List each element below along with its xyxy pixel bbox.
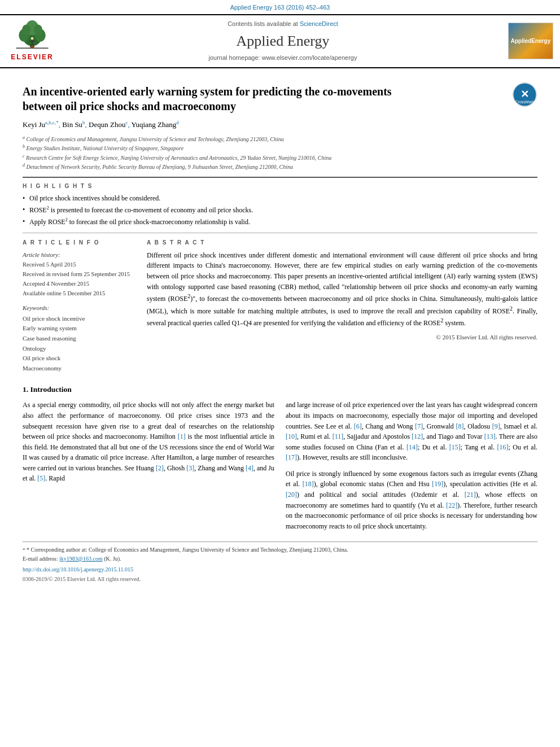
cite-13[interactable]: [13] xyxy=(484,433,496,440)
journal-homepage: journal homepage: www.elsevier.com/locat… xyxy=(64,54,501,62)
cite-21[interactable]: [21] xyxy=(465,491,476,499)
intro-right-text-2: Oil price is strongly influenced by some… xyxy=(286,469,537,532)
article-info-abstract: A R T I C L E I N F O Article history: R… xyxy=(23,239,537,374)
affiliation-c: c Research Centre for Soft Energy Scienc… xyxy=(23,153,537,162)
cite-1[interactable]: [1] xyxy=(178,433,186,440)
svg-text:✕: ✕ xyxy=(520,89,529,100)
cite-11[interactable]: [11] xyxy=(333,433,344,440)
cite-22[interactable]: [22] xyxy=(446,501,457,509)
svg-point-6 xyxy=(22,25,30,36)
intro-right-col: and large increase of oil price experien… xyxy=(286,400,537,531)
abstract-text: Different oil price shock incentives und… xyxy=(147,250,537,329)
cite-4[interactable]: [4] xyxy=(246,464,253,472)
affiliation-a: a College of Economics and Management, J… xyxy=(23,134,537,143)
rule-2 xyxy=(23,233,537,233)
science-direct-line: Contents lists available at ScienceDirec… xyxy=(64,20,501,28)
keyword-1: Oil price shock incentive xyxy=(23,314,135,324)
cite-17[interactable]: [17] xyxy=(286,453,297,461)
cite-10[interactable]: [10] xyxy=(286,433,297,440)
cite-20[interactable]: [20] xyxy=(286,491,297,499)
author-2: Bin Su xyxy=(62,120,82,129)
cite-8[interactable]: [8] xyxy=(456,422,463,430)
keywords-label: Keywords: xyxy=(23,304,135,312)
applied-energy-logo: AppliedEnergy xyxy=(508,23,553,59)
journal-center-info: Contents lists available at ScienceDirec… xyxy=(64,20,501,62)
keyword-2: Early warning system xyxy=(23,324,135,334)
article-history-block: Article history: Received 5 April 2015 R… xyxy=(23,250,135,299)
introduction-section: 1. Introduction As a special energy comm… xyxy=(23,385,537,531)
intro-columns: As a special energy commodity, oil price… xyxy=(23,400,537,531)
cite-2[interactable]: [2] xyxy=(156,464,164,472)
highlight-1: Oil price shock incentives should be con… xyxy=(23,194,537,203)
elsevier-logo: ELSEVIER xyxy=(7,20,58,62)
intro-left-col: As a special energy commodity, oil price… xyxy=(23,400,274,531)
svg-text:CrossMark: CrossMark xyxy=(515,100,535,104)
elsevier-brand: ELSEVIER xyxy=(11,53,53,62)
author-4: Yuqiang Zhang xyxy=(132,120,177,129)
journal-reference: Applied Energy 163 (2016) 452–463 xyxy=(0,0,560,14)
rule-1 xyxy=(23,177,537,178)
affiliations: a College of Economics and Management, J… xyxy=(23,134,537,171)
footnote-area: * * Corresponding author at: College of … xyxy=(23,541,537,583)
issn-line: 0306-2619/© 2015 Elsevier Ltd. All right… xyxy=(23,575,537,583)
keyword-3: Case based reasoning xyxy=(23,334,135,344)
highlight-3: Apply ROSE2 to forecast the oil price sh… xyxy=(23,217,537,227)
date-received: Received 5 April 2015 xyxy=(23,260,135,270)
cite-18[interactable]: [18] xyxy=(303,480,314,488)
intro-left-text: As a special energy commodity, oil price… xyxy=(23,400,274,484)
cite-7[interactable]: [7] xyxy=(415,422,423,430)
affiliation-b: b Energy Studies Institute, National Uni… xyxy=(23,143,537,152)
cite-16[interactable]: [16] xyxy=(497,443,509,451)
keyword-5: Oil price shock xyxy=(23,353,135,364)
abstract-col: A B S T R A C T Different oil price shoc… xyxy=(147,239,537,374)
affiliation-d: d Detachment of Network Security, Public… xyxy=(23,162,537,171)
author-3: Dequn Zhou xyxy=(89,120,125,129)
cite-6[interactable]: [6] xyxy=(354,422,362,430)
cite-15[interactable]: [15] xyxy=(449,443,461,451)
footnote-star: * * Corresponding author at: College of … xyxy=(23,545,537,554)
paper-title: An incentive-oriented early warning syst… xyxy=(23,84,429,113)
highlights-heading: H I G H L I G H T S xyxy=(23,182,537,190)
cite-3[interactable]: [3] xyxy=(186,464,194,472)
journal-header: ELSEVIER Contents lists available at Sci… xyxy=(0,14,560,68)
paper-title-row: An incentive-oriented early warning syst… xyxy=(23,77,537,119)
doi-link[interactable]: http://dx.doi.org/10.1016/j.apenergy.201… xyxy=(23,565,537,574)
keywords-block: Keywords: Oil price shock incentive Earl… xyxy=(23,304,135,373)
date-revised: Received in revised form 25 September 20… xyxy=(23,270,135,279)
keyword-4: Ontology xyxy=(23,344,135,354)
highlight-2: ROSE2 is presented to forecast the co-mo… xyxy=(23,205,537,215)
footnote-email: E-mail address: jky1983@163.com (K. Ju). xyxy=(23,554,537,563)
science-direct-link[interactable]: ScienceDirect xyxy=(300,20,338,27)
author-1: Keyi Ju xyxy=(23,120,45,129)
history-label: Article history: xyxy=(23,250,135,260)
date-available: Available online 5 December 2015 xyxy=(23,289,135,299)
date-accepted: Accepted 4 November 2015 xyxy=(23,279,135,289)
svg-point-7 xyxy=(34,25,42,36)
cite-9[interactable]: [9] xyxy=(492,422,500,430)
abstract-heading: A B S T R A C T xyxy=(147,239,537,247)
article-info-col: A R T I C L E I N F O Article history: R… xyxy=(23,239,135,374)
cite-5[interactable]: [5] xyxy=(37,474,45,482)
cite-12[interactable]: [12] xyxy=(412,433,423,440)
intro-right-text-1: and large increase of oil price experien… xyxy=(286,400,537,463)
section-title: 1. Introduction xyxy=(23,385,537,395)
highlights-section: H I G H L I G H T S Oil price shock ince… xyxy=(23,182,537,226)
article-info-heading: A R T I C L E I N F O xyxy=(23,239,135,247)
authors-line: Keyi Jua,b,c,*, Bin Sub, Dequn Zhouc, Yu… xyxy=(23,119,537,130)
crossmark-icon: ✕ CrossMark xyxy=(512,82,537,107)
elsevier-tree-icon xyxy=(12,20,52,51)
cite-19[interactable]: [19] xyxy=(432,480,443,488)
copyright-line: © 2015 Elsevier Ltd. All rights reserved… xyxy=(147,333,537,342)
journal-title: Applied Energy xyxy=(64,31,501,51)
cite-14[interactable]: [14] xyxy=(406,443,418,451)
svg-point-8 xyxy=(31,37,34,40)
article-dates: Received 5 April 2015 Received in revise… xyxy=(23,260,135,298)
footnote-email-link[interactable]: jky1983@163.com xyxy=(59,556,103,562)
keyword-6: Macroeconomy xyxy=(23,364,135,374)
content-area: An incentive-oriented early warning syst… xyxy=(0,68,560,592)
